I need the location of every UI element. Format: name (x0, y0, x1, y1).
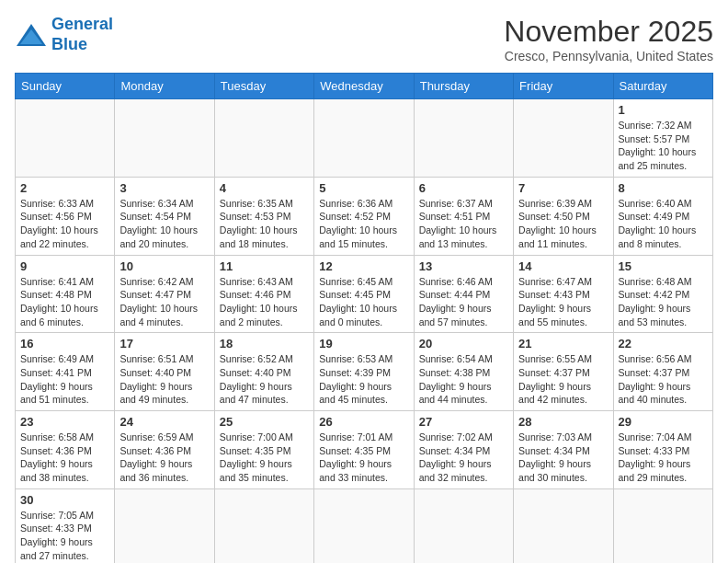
day-number: 21 (518, 337, 608, 350)
day-number: 16 (20, 337, 109, 350)
calendar-cell: 22Sunrise: 6:56 AM Sunset: 4:37 PM Dayli… (613, 333, 712, 411)
day-number: 28 (518, 415, 608, 429)
calendar-cell (115, 488, 214, 563)
day-number: 18 (220, 337, 309, 350)
day-info: Sunrise: 6:59 AM Sunset: 4:36 PM Dayligh… (119, 431, 209, 485)
day-number: 15 (619, 259, 708, 273)
day-info: Sunrise: 6:49 AM Sunset: 4:41 PM Dayligh… (20, 352, 109, 407)
weekday-header-monday: Monday (115, 74, 214, 99)
day-number: 17 (119, 337, 209, 350)
week-row-2: 9Sunrise: 6:41 AM Sunset: 4:48 PM Daylig… (16, 255, 713, 333)
calendar-cell (214, 99, 313, 178)
day-info: Sunrise: 7:01 AM Sunset: 4:35 PM Dayligh… (319, 431, 408, 485)
day-number: 8 (619, 181, 708, 195)
calendar-cell (214, 488, 313, 563)
calendar-cell: 1Sunrise: 7:32 AM Sunset: 5:57 PM Daylig… (613, 99, 712, 178)
day-info: Sunrise: 6:39 AM Sunset: 4:50 PM Dayligh… (518, 197, 608, 251)
day-info: Sunrise: 6:36 AM Sunset: 4:52 PM Dayligh… (319, 197, 408, 251)
logo: General Blue (15, 15, 113, 54)
calendar-cell: 18Sunrise: 6:52 AM Sunset: 4:40 PM Dayli… (214, 333, 313, 411)
day-number: 11 (220, 259, 309, 273)
calendar-cell (613, 488, 712, 563)
title-section: November 2025 Cresco, Pennsylvania, Unit… (504, 15, 713, 63)
day-number: 25 (220, 415, 309, 429)
day-info: Sunrise: 7:02 AM Sunset: 4:34 PM Dayligh… (419, 431, 508, 485)
calendar-cell: 2Sunrise: 6:33 AM Sunset: 4:56 PM Daylig… (16, 177, 115, 255)
day-number: 1 (619, 103, 708, 117)
location: Cresco, Pennsylvania, United States (504, 49, 713, 63)
calendar-cell: 7Sunrise: 6:39 AM Sunset: 4:50 PM Daylig… (514, 177, 613, 255)
calendar-cell: 12Sunrise: 6:45 AM Sunset: 4:45 PM Dayli… (314, 255, 414, 333)
day-number: 22 (619, 337, 708, 350)
calendar: SundayMondayTuesdayWednesdayThursdayFrid… (15, 73, 713, 563)
calendar-cell: 4Sunrise: 6:35 AM Sunset: 4:53 PM Daylig… (214, 177, 313, 255)
day-info: Sunrise: 6:46 AM Sunset: 4:44 PM Dayligh… (419, 275, 508, 329)
calendar-cell: 23Sunrise: 6:58 AM Sunset: 4:36 PM Dayli… (16, 411, 115, 489)
day-number: 4 (220, 181, 309, 195)
weekday-header-row: SundayMondayTuesdayWednesdayThursdayFrid… (16, 74, 713, 99)
calendar-cell (16, 99, 115, 178)
week-row-0: 1Sunrise: 7:32 AM Sunset: 5:57 PM Daylig… (16, 99, 713, 178)
calendar-cell: 27Sunrise: 7:02 AM Sunset: 4:34 PM Dayli… (414, 411, 513, 489)
calendar-cell: 24Sunrise: 6:59 AM Sunset: 4:36 PM Dayli… (115, 411, 214, 489)
day-info: Sunrise: 6:55 AM Sunset: 4:37 PM Dayligh… (518, 352, 608, 407)
day-number: 30 (20, 493, 109, 507)
calendar-cell: 8Sunrise: 6:40 AM Sunset: 4:49 PM Daylig… (613, 177, 712, 255)
day-info: Sunrise: 6:48 AM Sunset: 4:42 PM Dayligh… (619, 275, 708, 329)
calendar-cell: 21Sunrise: 6:55 AM Sunset: 4:37 PM Dayli… (514, 333, 613, 411)
logo-general: General (51, 15, 113, 33)
day-info: Sunrise: 6:42 AM Sunset: 4:47 PM Dayligh… (119, 275, 209, 329)
calendar-cell (514, 488, 613, 563)
day-info: Sunrise: 6:45 AM Sunset: 4:45 PM Dayligh… (319, 275, 408, 329)
day-number: 5 (319, 181, 408, 195)
calendar-cell (115, 99, 214, 178)
day-number: 7 (518, 181, 608, 195)
day-info: Sunrise: 6:37 AM Sunset: 4:51 PM Dayligh… (419, 197, 508, 251)
calendar-cell: 5Sunrise: 6:36 AM Sunset: 4:52 PM Daylig… (314, 177, 414, 255)
day-number: 2 (20, 181, 109, 195)
day-info: Sunrise: 6:54 AM Sunset: 4:38 PM Dayligh… (419, 352, 508, 407)
day-number: 24 (119, 415, 209, 429)
day-number: 29 (619, 415, 708, 429)
day-number: 20 (419, 337, 508, 350)
week-row-4: 23Sunrise: 6:58 AM Sunset: 4:36 PM Dayli… (16, 411, 713, 489)
logo-icon (15, 22, 48, 48)
day-info: Sunrise: 6:34 AM Sunset: 4:54 PM Dayligh… (119, 197, 209, 251)
calendar-cell: 10Sunrise: 6:42 AM Sunset: 4:47 PM Dayli… (115, 255, 214, 333)
day-number: 26 (319, 415, 408, 429)
calendar-cell (514, 99, 613, 178)
weekday-header-thursday: Thursday (414, 74, 513, 99)
calendar-cell: 16Sunrise: 6:49 AM Sunset: 4:41 PM Dayli… (16, 333, 115, 411)
calendar-cell: 15Sunrise: 6:48 AM Sunset: 4:42 PM Dayli… (613, 255, 712, 333)
calendar-cell: 26Sunrise: 7:01 AM Sunset: 4:35 PM Dayli… (314, 411, 414, 489)
weekday-header-wednesday: Wednesday (314, 74, 414, 99)
day-info: Sunrise: 6:43 AM Sunset: 4:46 PM Dayligh… (220, 275, 309, 329)
day-info: Sunrise: 7:05 AM Sunset: 4:33 PM Dayligh… (20, 509, 109, 563)
day-info: Sunrise: 6:40 AM Sunset: 4:49 PM Dayligh… (619, 197, 708, 251)
calendar-cell: 6Sunrise: 6:37 AM Sunset: 4:51 PM Daylig… (414, 177, 513, 255)
calendar-cell: 14Sunrise: 6:47 AM Sunset: 4:43 PM Dayli… (514, 255, 613, 333)
day-info: Sunrise: 7:03 AM Sunset: 4:34 PM Dayligh… (518, 431, 608, 485)
calendar-cell: 17Sunrise: 6:51 AM Sunset: 4:40 PM Dayli… (115, 333, 214, 411)
calendar-cell: 30Sunrise: 7:05 AM Sunset: 4:33 PM Dayli… (16, 488, 115, 563)
day-info: Sunrise: 6:56 AM Sunset: 4:37 PM Dayligh… (619, 352, 708, 407)
day-info: Sunrise: 6:53 AM Sunset: 4:39 PM Dayligh… (319, 352, 408, 407)
calendar-cell: 3Sunrise: 6:34 AM Sunset: 4:54 PM Daylig… (115, 177, 214, 255)
weekday-header-sunday: Sunday (16, 74, 115, 99)
day-number: 23 (20, 415, 109, 429)
calendar-cell: 29Sunrise: 7:04 AM Sunset: 4:33 PM Dayli… (613, 411, 712, 489)
weekday-header-saturday: Saturday (613, 74, 712, 99)
week-row-1: 2Sunrise: 6:33 AM Sunset: 4:56 PM Daylig… (16, 177, 713, 255)
page-header: General Blue November 2025 Cresco, Penns… (15, 15, 713, 63)
calendar-cell: 11Sunrise: 6:43 AM Sunset: 4:46 PM Dayli… (214, 255, 313, 333)
week-row-3: 16Sunrise: 6:49 AM Sunset: 4:41 PM Dayli… (16, 333, 713, 411)
calendar-cell: 28Sunrise: 7:03 AM Sunset: 4:34 PM Dayli… (514, 411, 613, 489)
calendar-cell: 25Sunrise: 7:00 AM Sunset: 4:35 PM Dayli… (214, 411, 313, 489)
calendar-cell (314, 488, 414, 563)
day-info: Sunrise: 7:32 AM Sunset: 5:57 PM Dayligh… (619, 119, 708, 173)
calendar-cell: 9Sunrise: 6:41 AM Sunset: 4:48 PM Daylig… (16, 255, 115, 333)
day-number: 12 (319, 259, 408, 273)
calendar-cell: 20Sunrise: 6:54 AM Sunset: 4:38 PM Dayli… (414, 333, 513, 411)
day-info: Sunrise: 6:51 AM Sunset: 4:40 PM Dayligh… (119, 352, 209, 407)
calendar-cell: 19Sunrise: 6:53 AM Sunset: 4:39 PM Dayli… (314, 333, 414, 411)
